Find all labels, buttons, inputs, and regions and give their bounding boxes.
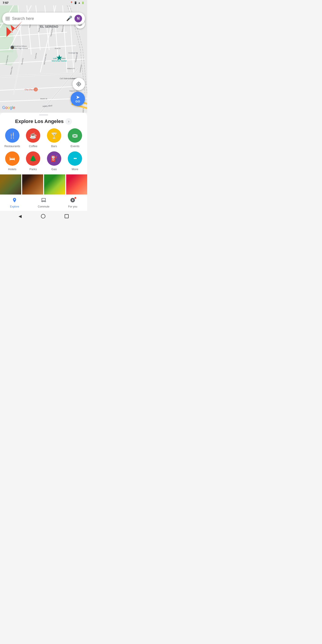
- svg-text:🍴: 🍴: [34, 88, 37, 91]
- restaurants-icon: 🍴: [5, 128, 20, 143]
- more-icon: •••: [68, 152, 82, 166]
- go-arrow-icon: ➤: [76, 95, 80, 100]
- svg-text:Worth St: Worth St: [40, 98, 48, 100]
- svg-text:🎓: 🎓: [11, 46, 14, 49]
- location-status-icon: 📍: [70, 1, 73, 4]
- android-nav-bar: ◀: [0, 211, 87, 222]
- explore-more-button[interactable]: ›: [65, 118, 72, 125]
- hotels-icon: 🛏: [5, 152, 20, 166]
- go-button[interactable]: ➤ GO: [71, 92, 85, 106]
- category-parks[interactable]: 🌲 Parks: [24, 152, 42, 171]
- parks-icon: 🌲: [26, 152, 40, 166]
- svg-text:Cavanagh Rd: Cavanagh Rd: [68, 52, 78, 54]
- food-photo-3[interactable]: [44, 174, 65, 194]
- category-more[interactable]: ••• More: [66, 152, 84, 171]
- events-icon: 🎟: [68, 128, 82, 143]
- status-time: 7:57: [3, 1, 8, 4]
- nav-for-you[interactable]: For you: [58, 198, 87, 208]
- vibrate-status-icon: 📳: [74, 1, 77, 4]
- svg-text:Williams Pl: Williams Pl: [67, 68, 75, 69]
- explore-nav-icon: [12, 198, 17, 204]
- status-bar: 7:57 📍 📳 ▲ 🔋: [0, 0, 87, 5]
- restaurants-label: Restaurants: [4, 144, 20, 148]
- gas-icon: ⛽: [47, 152, 61, 166]
- google-logo: Google: [2, 105, 15, 110]
- more-label: More: [72, 168, 78, 171]
- food-photo-4[interactable]: [66, 174, 88, 194]
- gas-label: Gas: [52, 168, 57, 171]
- my-location-icon: [76, 81, 82, 87]
- category-restaurants[interactable]: 🍴 Restaurants: [4, 128, 21, 148]
- nav-explore[interactable]: Explore: [0, 198, 29, 208]
- user-avatar[interactable]: N: [74, 15, 82, 22]
- explore-header: Explore Los Angeles ›: [0, 118, 87, 128]
- coffee-icon: ☕: [26, 128, 40, 143]
- category-events[interactable]: 🎟 Events: [66, 128, 84, 148]
- svg-marker-62: [6, 21, 22, 37]
- food-photo-2[interactable]: [22, 174, 44, 194]
- category-hotels[interactable]: 🛏 Hotels: [4, 152, 21, 171]
- mic-icon[interactable]: 🎤: [66, 16, 72, 22]
- food-photos-row[interactable]: [0, 174, 87, 196]
- svg-text:Memorial Marker: Memorial Marker: [52, 60, 67, 62]
- coffee-label: Coffee: [29, 144, 37, 148]
- for-you-nav-icon: [70, 198, 75, 204]
- events-label: Events: [70, 144, 80, 148]
- svg-text:Druid St: Druid St: [55, 48, 60, 49]
- commute-nav-icon: [41, 198, 46, 204]
- explore-nav-label: Explore: [10, 205, 19, 208]
- bars-label: Bars: [51, 144, 57, 148]
- status-icons: 📍 📳 ▲ 🔋: [70, 1, 84, 4]
- hotels-label: Hotels: [8, 168, 16, 171]
- my-location-button[interactable]: [72, 78, 85, 90]
- category-coffee[interactable]: ☕ Coffee: [24, 128, 42, 148]
- for-you-nav-label: For you: [68, 205, 77, 208]
- battery-status-icon: 🔋: [82, 1, 84, 4]
- category-bars[interactable]: 🍸 Bars: [46, 128, 63, 148]
- svg-point-63: [78, 84, 80, 85]
- explore-title: Explore Los Angeles: [15, 118, 64, 124]
- map-view[interactable]: EL SERENO Woodrow Wilson Senior High Sch…: [0, 5, 87, 113]
- android-home-button[interactable]: [41, 214, 46, 218]
- android-back-button[interactable]: ◀: [18, 214, 22, 219]
- category-grid: 🍴 Restaurants ☕ Coffee 🍸 Bars 🎟 Events 🛏…: [0, 128, 87, 174]
- wifi-status-icon: ▲: [78, 1, 80, 4]
- bottom-nav: Explore Commute For you: [0, 196, 87, 211]
- svg-text:Woodrow Wilson: Woodrow Wilson: [14, 45, 27, 47]
- category-gas[interactable]: ⛽ Gas: [46, 152, 63, 171]
- svg-text:Senior High School: Senior High School: [12, 48, 28, 50]
- nav-commute[interactable]: Commute: [29, 198, 58, 208]
- parks-label: Parks: [30, 168, 37, 171]
- drag-handle[interactable]: [39, 114, 48, 116]
- bottom-panel: Explore Los Angeles › 🍴 Restaurants ☕ Co…: [0, 113, 87, 196]
- android-recent-button[interactable]: [64, 214, 69, 218]
- food-photo-1[interactable]: [0, 174, 21, 194]
- svg-text:N Eastern Ave: N Eastern Ave: [82, 108, 84, 113]
- commute-nav-label: Commute: [38, 205, 50, 208]
- bars-icon: 🍸: [47, 128, 61, 143]
